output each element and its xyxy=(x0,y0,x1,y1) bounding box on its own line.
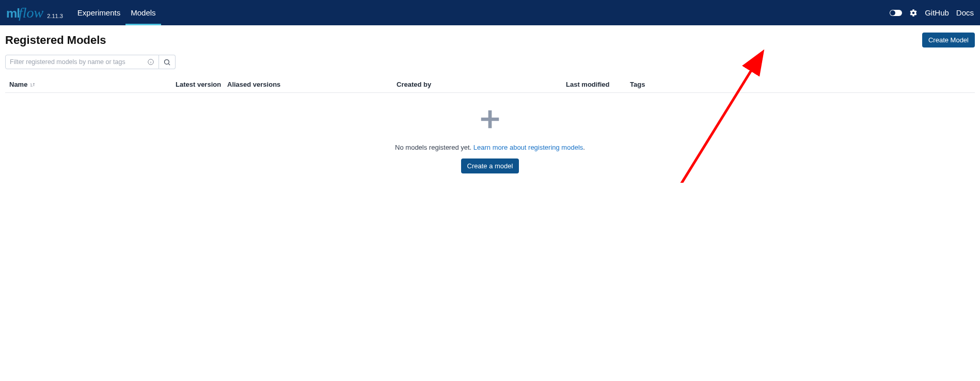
nav-link-github[interactable]: GitHub xyxy=(925,8,949,17)
column-header-name[interactable]: Name xyxy=(5,81,176,88)
svg-point-3 xyxy=(165,59,169,64)
create-a-model-button[interactable]: Create a model xyxy=(461,158,519,173)
create-model-button[interactable]: Create Model xyxy=(922,33,975,47)
search-row xyxy=(5,55,975,69)
version-label: 2.11.3 xyxy=(47,13,63,19)
column-header-latest-version[interactable]: Latest version xyxy=(176,81,227,88)
logo-ml-text: ml xyxy=(6,6,20,20)
empty-text-before: No models registered yet. xyxy=(395,144,473,151)
info-icon[interactable] xyxy=(147,58,154,66)
column-header-tags[interactable]: Tags xyxy=(630,81,975,88)
page-title: Registered Models xyxy=(5,34,106,47)
column-header-created-by[interactable]: Created by xyxy=(397,81,566,88)
plus-icon xyxy=(478,107,502,131)
nav-right: GitHub Docs xyxy=(890,8,974,17)
search-input[interactable] xyxy=(10,58,147,66)
gear-icon[interactable] xyxy=(909,9,918,17)
logo[interactable]: mlflow 2.11.3 xyxy=(6,5,63,21)
search-input-wrap xyxy=(5,55,159,69)
empty-state: No models registered yet. Learn more abo… xyxy=(5,93,975,183)
navbar: mlflow 2.11.3 Experiments Models GitHub … xyxy=(0,0,980,25)
empty-text: No models registered yet. Learn more abo… xyxy=(395,144,585,151)
search-button[interactable] xyxy=(159,55,176,69)
column-header-last-modified[interactable]: Last modified xyxy=(566,81,630,88)
empty-text-after: . xyxy=(583,144,585,151)
column-header-name-label: Name xyxy=(9,81,27,88)
empty-learn-more-link[interactable]: Learn more about registering models xyxy=(473,144,583,151)
table-header: Name Latest version Aliased versions Cre… xyxy=(5,75,975,93)
svg-line-4 xyxy=(168,64,170,65)
theme-toggle[interactable] xyxy=(890,10,902,16)
nav-tab-models[interactable]: Models xyxy=(125,0,161,25)
page-header: Registered Models Create Model xyxy=(5,33,975,47)
column-header-aliased-versions[interactable]: Aliased versions xyxy=(227,81,397,88)
logo-flow-text: flow xyxy=(19,5,43,21)
nav-tabs: Experiments Models xyxy=(72,0,161,25)
nav-tab-experiments[interactable]: Experiments xyxy=(72,0,125,25)
content: Registered Models Create Model Name xyxy=(0,25,980,183)
sort-asc-icon xyxy=(29,82,36,88)
search-icon xyxy=(163,58,171,66)
nav-link-docs[interactable]: Docs xyxy=(956,8,974,17)
